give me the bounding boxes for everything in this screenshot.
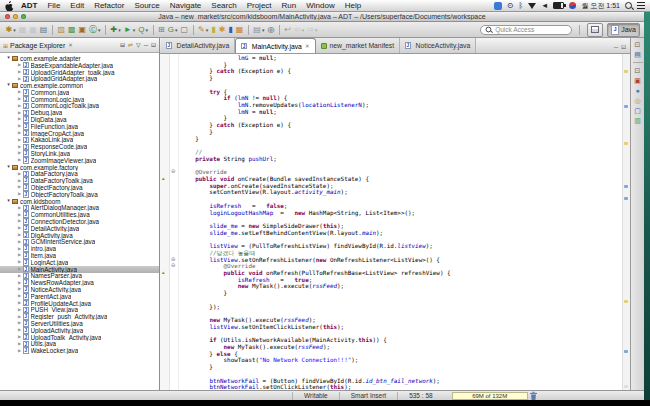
run-icon[interactable]: ►▾ xyxy=(122,24,136,36)
annotation-mark[interactable] xyxy=(624,350,628,353)
tree-item-item-java[interactable]: ▶JItem.java xyxy=(0,252,159,259)
search-view-icon[interactable]: ◎ xyxy=(634,97,640,104)
last-edit-icon[interactable]: ↩ xyxy=(283,24,293,36)
tree-item-com-example-common[interactable]: ▼com.example.common xyxy=(0,82,159,89)
expanded-arrow-icon[interactable]: ▼ xyxy=(5,165,12,169)
collapsed-arrow-icon[interactable]: ▶ xyxy=(16,90,23,94)
collapsed-arrow-icon[interactable]: ▶ xyxy=(16,308,23,312)
new-android-project-icon[interactable]: ▩ xyxy=(66,24,77,36)
tree-item-debug-java[interactable]: ▶JDebug.java xyxy=(0,109,159,116)
collapsed-arrow-icon[interactable]: ▶ xyxy=(16,287,23,291)
tree-item-imagecropact-java[interactable]: ▶JImageCropAct.java xyxy=(0,130,159,137)
minimize-button[interactable] xyxy=(13,14,18,19)
tree-item-profileupdateact-java[interactable]: ▶JProfileUpdateAct.java xyxy=(0,300,159,307)
menu-item-source[interactable]: Source xyxy=(129,1,164,10)
annotation-mark[interactable] xyxy=(624,197,628,200)
task-list-icon[interactable]: ▣ xyxy=(634,77,641,84)
outline-view-icon[interactable]: ▤ xyxy=(634,51,641,58)
collapsed-arrow-icon[interactable]: ▶ xyxy=(16,260,23,264)
back-icon[interactable]: ⇦▾ xyxy=(293,24,306,36)
collapsed-arrow-icon[interactable]: ▶ xyxy=(16,328,23,332)
collapsed-arrow-icon[interactable]: ▶ xyxy=(16,63,23,67)
menu-item-window[interactable]: Window xyxy=(301,1,339,10)
other-perspective-button[interactable] xyxy=(587,23,603,37)
wifi-icon[interactable] xyxy=(528,3,536,9)
tree-item-dlgdata-java[interactable]: ▶JDlgData.java xyxy=(0,116,159,123)
web-browser-icon[interactable]: ● xyxy=(635,87,639,94)
progress-view-icon[interactable]: ▥ xyxy=(634,117,641,124)
collapsed-arrow-icon[interactable]: ▶ xyxy=(16,321,23,325)
restore-view-icon[interactable]: ⊡ xyxy=(635,41,641,48)
collapsed-arrow-icon[interactable]: ▶ xyxy=(16,247,23,251)
package-explorer-title[interactable]: Package Explorer xyxy=(10,42,65,49)
format-icon[interactable]: ✎▾ xyxy=(197,24,210,36)
collapsed-arrow-icon[interactable]: ▶ xyxy=(16,179,23,183)
collapsed-arrow-icon[interactable]: ▶ xyxy=(16,240,23,244)
time-machine-icon[interactable]: ⊙ xyxy=(507,2,513,10)
editor-tab-detailactivity-java[interactable]: JDetailActivity.java xyxy=(161,38,235,53)
editor-tab-mainactivity-java[interactable]: JMainActivity.java✕ xyxy=(235,38,315,53)
collapse-all-icon[interactable]: ⊟ xyxy=(120,42,125,48)
tree-item-loginact-java[interactable]: ▶JLoginAct.java xyxy=(0,259,159,266)
collapsed-arrow-icon[interactable]: ▶ xyxy=(16,335,23,339)
minimize-icon[interactable]: ─ xyxy=(144,42,148,48)
menu-item-refactor[interactable]: Refactor xyxy=(89,1,129,10)
volume-icon[interactable]: ◄ xyxy=(541,2,548,10)
title-bar[interactable]: Java – new_market/src/com/kidsboom/MainA… xyxy=(0,12,644,22)
collapsed-arrow-icon[interactable]: ▶ xyxy=(16,294,23,298)
close-tab-icon[interactable]: ✕ xyxy=(305,43,310,49)
input-source-icon[interactable] xyxy=(494,2,502,10)
annotation-mark[interactable] xyxy=(624,300,628,303)
collapsed-arrow-icon[interactable]: ▶ xyxy=(16,226,23,230)
avd-manager-icon[interactable]: ▢ xyxy=(179,24,190,36)
gc-trash-icon[interactable] xyxy=(530,391,537,400)
collapsed-arrow-icon[interactable]: ▶ xyxy=(16,281,23,285)
collapsed-arrow-icon[interactable]: ▶ xyxy=(16,111,23,115)
apple-menu-icon[interactable] xyxy=(5,1,14,11)
coverage-icon[interactable]: ⊞ xyxy=(157,24,167,36)
lint-icon[interactable]: ✱ xyxy=(217,24,227,36)
annotation-mark[interactable] xyxy=(624,70,628,73)
collapsed-arrow-icon[interactable]: ▶ xyxy=(16,349,23,353)
collapsed-arrow-icon[interactable]: ▶ xyxy=(16,206,23,210)
save-all-icon[interactable]: ▦ xyxy=(28,24,39,36)
sdk-manager-icon[interactable]: G▾ xyxy=(166,24,179,36)
collapsed-arrow-icon[interactable]: ▶ xyxy=(16,253,23,257)
menu-item-help[interactable]: Help xyxy=(340,1,366,10)
maximize-icon[interactable]: ⊡ xyxy=(151,42,156,48)
annotation-mark[interactable] xyxy=(624,105,628,108)
collapsed-arrow-icon[interactable]: ▶ xyxy=(16,274,23,278)
new-wizard-icon[interactable]: ✱▾ xyxy=(4,24,17,36)
new-java-project-icon[interactable]: ▨ xyxy=(56,24,67,36)
collapse-marker-icon[interactable]: ⊖ xyxy=(171,257,176,262)
menu-item-search[interactable]: Search xyxy=(206,1,241,10)
tree-item-wakelocker-java[interactable]: ▶JWakeLocker.java xyxy=(0,347,159,354)
minimize-editor-icon[interactable]: ─ xyxy=(614,44,618,50)
new-class-icon[interactable]: Ⓒ▾ xyxy=(88,24,103,36)
collapsed-arrow-icon[interactable]: ▶ xyxy=(16,124,23,128)
expanded-arrow-icon[interactable]: ▼ xyxy=(5,56,12,60)
collapsed-arrow-icon[interactable]: ▶ xyxy=(16,151,23,155)
notification-center-icon[interactable] xyxy=(637,2,645,9)
collapsed-arrow-icon[interactable]: ▶ xyxy=(16,158,23,162)
code-editor[interactable]: ▲▲ ⊖⊖⊖ lmG = null; } } catch (Exception … xyxy=(160,54,630,390)
run-external-icon[interactable]: Q▾ xyxy=(137,24,150,36)
menubar-clock[interactable]: 월 오전 1:51 xyxy=(581,1,620,11)
menu-item-file[interactable]: File xyxy=(42,1,65,10)
link-with-editor-icon[interactable]: ⇄ xyxy=(128,42,133,48)
collapsed-arrow-icon[interactable]: ▶ xyxy=(16,315,23,319)
restore-stack-icon[interactable]: ⊡ xyxy=(635,67,641,74)
collapsed-arrow-icon[interactable]: ▶ xyxy=(16,185,23,189)
annotation-mark[interactable] xyxy=(624,385,628,388)
tree-item-noticeactivity-java[interactable]: ▶JNoticeActivity.java xyxy=(0,286,159,293)
collapsed-arrow-icon[interactable]: ▶ xyxy=(16,301,23,305)
annotation-mark[interactable] xyxy=(624,185,628,188)
plugin-icon[interactable]: ▮ xyxy=(210,24,217,36)
collapsed-arrow-icon[interactable]: ▶ xyxy=(16,77,23,81)
collapse-marker-icon[interactable]: ⊖ xyxy=(171,263,176,268)
menu-item-run[interactable]: Run xyxy=(277,1,302,10)
console-view-icon[interactable]: ▢ xyxy=(634,107,641,114)
collapsed-arrow-icon[interactable]: ▶ xyxy=(16,213,23,217)
collapsed-arrow-icon[interactable]: ▶ xyxy=(16,192,23,196)
quick-access-input[interactable]: Quick Access xyxy=(480,25,572,35)
